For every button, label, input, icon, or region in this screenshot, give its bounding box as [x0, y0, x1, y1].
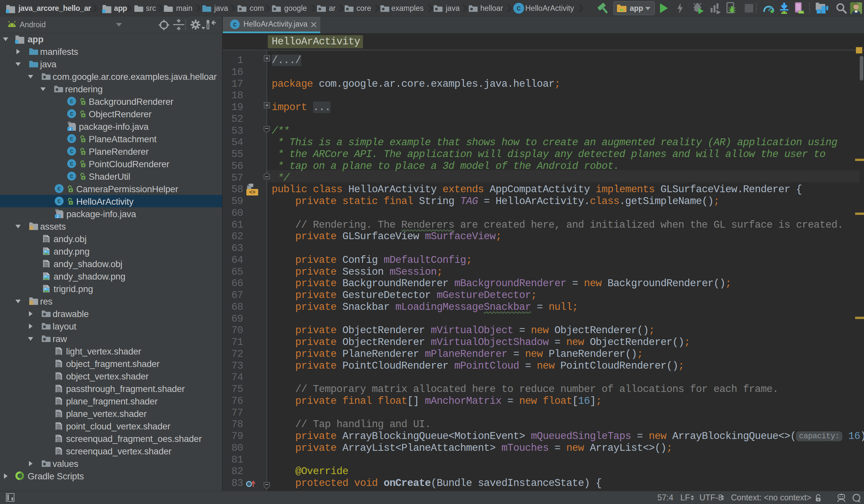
- svg-text:C: C: [70, 148, 73, 155]
- svg-text:C: C: [517, 5, 521, 12]
- svg-text:C: C: [70, 173, 73, 180]
- svg-text:<>: <>: [249, 190, 255, 195]
- svg-text:C: C: [70, 136, 73, 142]
- svg-text:C: C: [58, 199, 61, 205]
- svg-text:C: C: [70, 161, 73, 167]
- svg-text:C: C: [70, 98, 73, 105]
- svg-text:J: J: [57, 215, 59, 218]
- svg-text:C: C: [70, 111, 73, 117]
- svg-text:C: C: [58, 186, 61, 192]
- svg-text:J: J: [69, 127, 71, 131]
- svg-text:C: C: [233, 22, 237, 28]
